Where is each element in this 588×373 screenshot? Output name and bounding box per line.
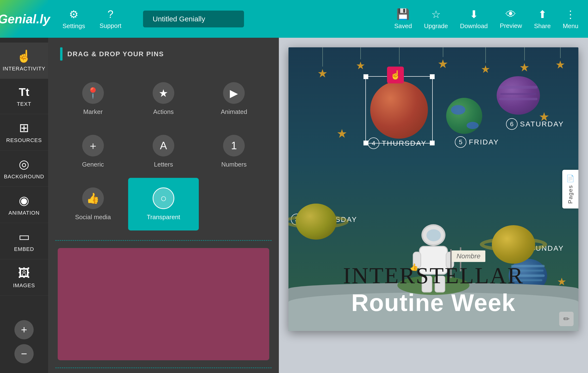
main-area: ☝ INTERACTIVITY Tt TEXT ⊞ RESOURCES ◎ BA… [0,38,588,373]
download-button[interactable]: ⬇ Download [460,8,488,30]
sidebar-item-interactivity[interactable]: ☝ INTERACTIVITY [0,42,48,79]
interactivity-pin[interactable]: ☝ [387,67,404,83]
panel-header-title: DRAG & DROP YOUR PINS [67,50,164,58]
zoom-out-button[interactable]: − [14,344,34,363]
pin-generic[interactable]: ＋ Generic [58,125,128,178]
label-friday: 5 FRIDAY [455,136,499,148]
embed-label: EMBED [14,246,34,252]
selected-element[interactable]: ☝ [365,76,433,144]
hanging-star-6: ★ [519,47,530,74]
pin-numbers[interactable]: 1 Numbers [199,125,269,178]
pin-social-media[interactable]: 👍 Social media [58,178,128,230]
canvas-content: ★ ★ ★ ★ ★ ★ ★ [288,47,578,331]
star-left-mid: ★ [336,127,347,141]
number-thursday: 4 [368,137,379,149]
download-icon: ⬇ [470,8,478,21]
text-label: TEXT [17,101,31,107]
nav-left: ⚙ Settings ? Support [63,8,244,30]
images-icon: 🖼 [18,266,30,280]
handle-tr[interactable] [430,74,435,79]
sidebar-item-resources[interactable]: ⊞ RESOURCES [0,114,48,150]
number-friday: 5 [455,136,466,148]
canvas-area[interactable]: ★ ★ ★ ★ ★ ★ ★ [279,38,588,373]
main-title-area: INTERSTELLAR Routine Week [288,262,578,317]
menu-button[interactable]: ⋮ Menu [563,8,578,30]
transparent-icon: ○ [153,187,174,209]
panel-top-divider [55,240,272,241]
hanging-star-2: ★ [356,47,365,72]
pages-tab[interactable]: 📄 Pages [562,170,578,208]
pin-animated[interactable]: ▶ Animated [199,73,269,125]
label-thursday: 4 THURSDAY [368,137,427,149]
marker-icon: 📍 [82,82,104,104]
upgrade-label: Upgrade [424,22,448,30]
letters-label: Letters [154,161,173,168]
handle-tl[interactable] [364,74,368,79]
number-saturday: 6 [506,118,518,130]
label-saturday: 6 SATURDAY [506,118,564,130]
images-label: IMAGES [13,282,35,289]
zoom-in-button[interactable]: + [14,320,34,339]
support-label: Support [100,22,121,30]
upgrade-button[interactable]: ☆ Upgrade [424,8,448,30]
settings-button[interactable]: ⚙ Settings [63,8,85,30]
settings-label: Settings [63,22,85,30]
support-button[interactable]: ? Support [100,8,121,30]
logo[interactable]: Genial.ly [0,0,48,38]
pins-panel: DRAG & DROP YOUR PINS 📍 Marker ★ Actions… [48,38,279,373]
hanging-star-5: ★ [481,47,490,75]
sidebar-item-text[interactable]: Tt TEXT [0,79,48,114]
hanging-star-4: ★ [438,47,448,71]
handle-bl[interactable] [364,141,368,145]
numbers-icon: 1 [223,135,245,156]
resources-icon: ⊞ [19,121,29,135]
text-friday: FRIDAY [469,138,499,146]
saved-label: Saved [394,22,412,30]
pin-marker[interactable]: 📍 Marker [58,73,128,125]
social-media-label: Social media [75,213,111,221]
sidebar-item-background[interactable]: ◎ BACKGROUND [0,150,48,187]
hanging-star-1: ★ [317,47,328,80]
flag-text: Nombre [456,252,481,260]
interactivity-icon: ☝ [17,49,32,63]
pages-label: Pages [567,185,574,204]
planet-earth [446,98,482,134]
animation-icon: ◉ [19,194,29,207]
pin-letters[interactable]: A Letters [128,125,199,178]
resources-label: RESOURCES [6,137,42,144]
download-label: Download [460,22,488,30]
menu-label: Menu [563,22,578,30]
top-navigation: Genial.ly ⚙ Settings ? Support 💾 Saved ☆… [0,0,588,38]
preview-button[interactable]: 👁 Preview [500,8,522,30]
preview-label: Preview [500,22,522,30]
share-button[interactable]: ⬆ Share [534,8,551,30]
pin-transparent[interactable]: ○ Transparent [128,178,199,230]
handle-br[interactable] [430,141,435,145]
title-routine-week: Routine Week [288,289,578,317]
share-icon: ⬆ [538,8,547,21]
actions-label: Actions [153,108,174,116]
sidebar-item-images[interactable]: 🖼 IMAGES [0,259,48,296]
sidebar-item-embed[interactable]: ▭ EMBED [0,223,48,259]
pin-actions[interactable]: ★ Actions [128,73,199,125]
pages-icon: 📄 [566,175,575,182]
pin-finger-icon: ☝ [390,70,401,80]
hanging-star-7: ★ [555,47,565,71]
sidebar-item-animation[interactable]: ◉ ANIMATION [0,187,48,223]
numbers-label: Numbers [221,161,247,168]
zoom-controls: + − [0,320,48,373]
text-thursday: THURSDAY [382,139,427,147]
panel-bottom-divider [55,367,272,368]
selection-box [365,76,433,144]
background-label: BACKGROUND [4,174,44,180]
text-icon: Tt [19,85,29,99]
menu-icon: ⋮ [565,8,576,21]
saved-button[interactable]: 💾 Saved [394,8,412,30]
presentation-title-input[interactable] [143,10,244,27]
edit-corner-button[interactable]: ✏ [559,312,574,326]
logo-text: Genial.ly [0,12,50,26]
hanging-star-tr: ★ [539,110,549,124]
animated-icon: ▶ [223,82,245,104]
saved-icon: 💾 [396,8,410,21]
pin-preview-area [58,248,269,360]
